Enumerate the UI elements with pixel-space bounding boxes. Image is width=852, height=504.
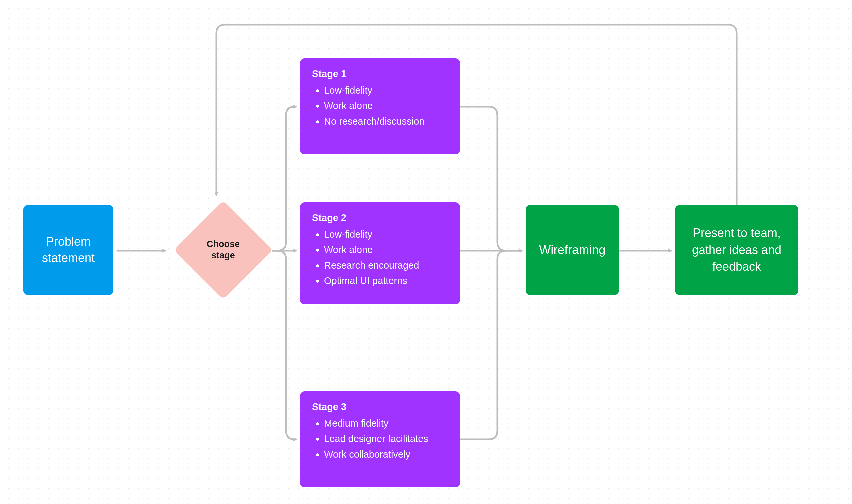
list-item: No research/discussion <box>324 114 448 129</box>
stage-1-title: Stage 1 <box>312 68 448 79</box>
stage-3-list: Medium fidelity Lead designer facilitate… <box>312 416 448 462</box>
list-item: Low-fidelity <box>324 83 448 98</box>
list-item: Lead designer facilitates <box>324 431 448 446</box>
node-stage-1: Stage 1 Low-fidelity Work alone No resea… <box>300 58 460 154</box>
stage-1-list: Low-fidelity Work alone No research/disc… <box>312 83 448 129</box>
list-item: Medium fidelity <box>324 416 448 431</box>
stage-2-title: Stage 2 <box>312 212 448 223</box>
node-wireframing-label: Wireframing <box>539 243 605 257</box>
node-choose-label: Choosestage <box>207 239 240 261</box>
list-item: Research encouraged <box>324 258 448 273</box>
list-item: Work collaboratively <box>324 447 448 462</box>
node-present: Present to team, gather ideas and feedba… <box>675 205 798 295</box>
stage-2-list: Low-fidelity Work alone Research encoura… <box>312 227 448 289</box>
list-item: Optimal UI patterns <box>324 273 448 288</box>
node-choose-stage: Choosestage <box>174 200 273 299</box>
list-item: Work alone <box>324 242 448 257</box>
stage-3-title: Stage 3 <box>312 401 448 412</box>
node-present-label: Present to team, gather ideas and feedba… <box>684 225 789 275</box>
node-stage-2: Stage 2 Low-fidelity Work alone Research… <box>300 202 460 304</box>
list-item: Low-fidelity <box>324 227 448 242</box>
node-stage-3: Stage 3 Medium fidelity Lead designer fa… <box>300 391 460 487</box>
node-problem-label: Problemstatement <box>42 234 95 266</box>
list-item: Work alone <box>324 98 448 113</box>
node-problem-statement: Problemstatement <box>23 205 113 295</box>
node-wireframing: Wireframing <box>526 205 619 295</box>
